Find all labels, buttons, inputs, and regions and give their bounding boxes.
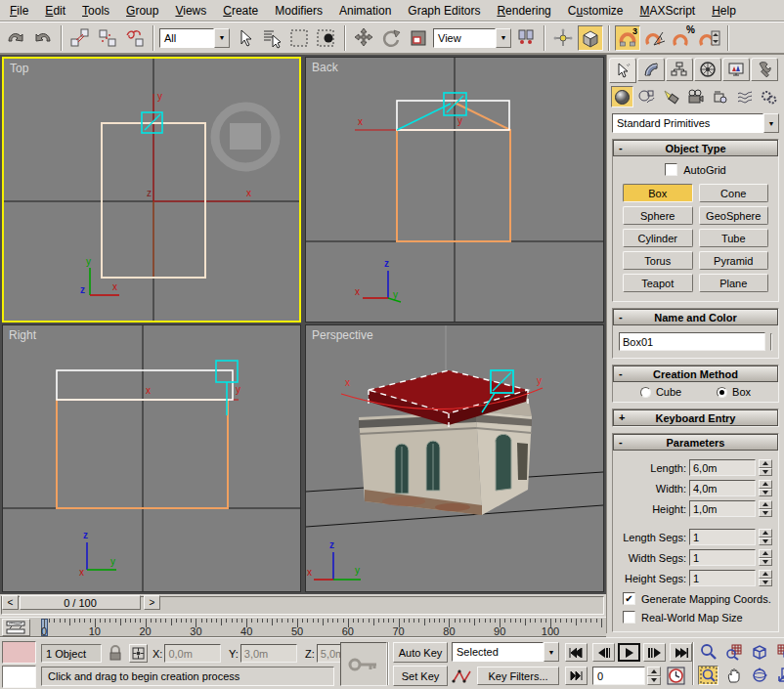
object-type-sphere[interactable]: Sphere	[623, 206, 693, 225]
play-button[interactable]	[618, 643, 640, 662]
selection-lock-icon[interactable]	[108, 645, 123, 664]
creation-method-box[interactable]: Box	[717, 386, 751, 398]
snap-3d-icon[interactable]: 3	[615, 25, 640, 51]
menu-tools[interactable]: Tools	[82, 4, 109, 18]
dropdown-arrow-icon[interactable]: ▼	[544, 642, 559, 662]
absolute-offset-toggle[interactable]	[129, 644, 148, 663]
previous-frame-button[interactable]	[592, 643, 615, 662]
tab-modify[interactable]	[637, 58, 665, 81]
rollout-parameters-header[interactable]: - Parameters	[613, 434, 778, 451]
subcat-shapes[interactable]	[635, 86, 658, 108]
menu-animation[interactable]: Animation	[339, 4, 391, 18]
zoom-icon[interactable]	[698, 642, 719, 662]
rollout-name-color-header[interactable]: - Name and Color	[613, 309, 778, 325]
set-key-button[interactable]: Set Key	[393, 666, 448, 686]
autogrid-box[interactable]	[665, 163, 677, 176]
subcat-cameras[interactable]	[684, 86, 707, 108]
window-crossing-icon[interactable]	[314, 25, 339, 51]
object-type-cylinder[interactable]: Cylinder	[623, 229, 693, 247]
subcat-geometry[interactable]	[611, 86, 633, 108]
param-spinner[interactable]	[759, 480, 772, 496]
tab-display[interactable]	[722, 58, 750, 81]
macro-recorder-pane[interactable]	[2, 641, 36, 664]
radio-dot[interactable]	[717, 387, 727, 398]
subcat-lights[interactable]	[660, 86, 682, 108]
zoom-all-icon[interactable]	[723, 642, 744, 662]
menu-group[interactable]: Group	[126, 4, 158, 18]
object-type-teapot[interactable]: Teapot	[623, 274, 693, 292]
param-field[interactable]: 1	[689, 529, 756, 545]
object-type-cone[interactable]: Cone	[699, 184, 769, 202]
param-field[interactable]: 6,0m	[689, 459, 756, 476]
viewport-back-canvas[interactable]: x y z x y	[306, 58, 603, 322]
time-configuration-icon[interactable]	[667, 667, 686, 685]
tab-create[interactable]	[609, 58, 636, 83]
menu-edit[interactable]: Edit	[45, 4, 65, 18]
menu-views[interactable]: Views	[175, 4, 206, 18]
viewport-top-canvas[interactable]: y x z y x z	[4, 59, 299, 321]
tab-motion[interactable]	[694, 58, 721, 81]
zoom-extents-all-icon[interactable]	[774, 642, 784, 662]
checkbox-box[interactable]	[623, 611, 635, 624]
angle-snap-icon[interactable]	[642, 25, 668, 51]
x-field[interactable]: 0,0m	[164, 644, 221, 663]
autogrid-checkbox[interactable]: AutoGrid	[617, 163, 774, 176]
rollout-toggle[interactable]: +	[619, 411, 625, 423]
menu-rendering[interactable]: Rendering	[497, 4, 550, 18]
viewport-perspective-canvas[interactable]: x y z x y	[306, 325, 603, 591]
redo-icon[interactable]	[30, 25, 56, 51]
tab-utilities[interactable]	[751, 58, 778, 81]
viewport-right-label[interactable]: Right	[9, 328, 36, 342]
viewcube-face[interactable]	[230, 123, 261, 150]
param-spinner[interactable]	[759, 459, 772, 476]
rollout-object-type-header[interactable]: - Object Type	[613, 140, 778, 156]
y-field[interactable]: 3,0m	[240, 644, 297, 663]
param-field[interactable]: 1,0m	[689, 500, 756, 517]
bind-to-spacewarp-icon[interactable]	[122, 25, 148, 51]
param-field[interactable]: 1	[689, 549, 756, 566]
subcat-helpers[interactable]	[709, 86, 731, 108]
checkbox-generate-mapping-coords-[interactable]: ✔Generate Mapping Coords.	[623, 592, 772, 605]
dropdown-arrow-icon[interactable]: ▼	[496, 28, 511, 48]
frame-number-field[interactable]: 0	[592, 667, 645, 685]
menu-file[interactable]: File	[10, 4, 28, 18]
object-color-swatch[interactable]	[770, 333, 772, 351]
creation-method-cube[interactable]: Cube	[640, 386, 681, 398]
menu-create[interactable]: Create	[223, 4, 258, 18]
viewport-right[interactable]: Right x y z x y	[2, 324, 301, 592]
menu-help[interactable]: Help	[712, 4, 736, 18]
object-type-box[interactable]: Box	[623, 184, 693, 202]
zoom-extents-icon[interactable]	[749, 642, 769, 662]
reference-coord-dropdown[interactable]: View ▼	[433, 28, 511, 48]
time-prev-button[interactable]: <	[2, 595, 19, 610]
set-keys-button[interactable]	[340, 642, 387, 686]
dropdown-arrow-icon[interactable]: ▼	[763, 113, 779, 133]
selection-filter-dropdown[interactable]: All ▼	[159, 28, 230, 48]
viewport-perspective[interactable]: Perspective	[305, 324, 604, 592]
frame-spinner[interactable]	[647, 667, 661, 685]
rollout-keyboard-entry-header[interactable]: + Keyboard Entry	[613, 409, 778, 426]
object-type-geosphere[interactable]: GeoSphere	[699, 206, 769, 225]
select-and-rotate-icon[interactable]	[378, 25, 404, 51]
use-pivot-point-icon[interactable]	[513, 25, 539, 51]
checkbox-box[interactable]: ✔	[623, 592, 635, 605]
key-mode-toggle[interactable]	[565, 667, 588, 685]
time-slider-handle[interactable]: 0 / 100	[20, 595, 141, 610]
menu-graph-editors[interactable]: Graph Editors	[408, 4, 480, 18]
object-name-input[interactable]	[619, 332, 765, 351]
track-bar[interactable]: 0102030405060708090100	[0, 617, 606, 637]
rectangular-selection-region-icon[interactable]	[286, 25, 312, 51]
go-to-start-button[interactable]	[565, 643, 588, 662]
percent-snap-icon[interactable]: %	[670, 25, 695, 51]
rollout-toggle[interactable]: -	[619, 436, 623, 448]
param-field[interactable]: 1	[689, 570, 756, 586]
timeline-ruler[interactable]: 0102030405060708090100	[33, 618, 604, 638]
select-and-move-icon[interactable]	[351, 25, 376, 51]
key-tangent-icon[interactable]	[452, 667, 473, 686]
unlink-selection-icon[interactable]	[95, 25, 120, 51]
subcat-systems[interactable]	[758, 86, 780, 108]
select-by-name-icon[interactable]	[259, 25, 284, 51]
object-type-plane[interactable]: Plane	[699, 274, 769, 292]
object-type-pyramid[interactable]: Pyramid	[699, 251, 769, 270]
minmax-toggle-icon[interactable]	[774, 666, 784, 685]
